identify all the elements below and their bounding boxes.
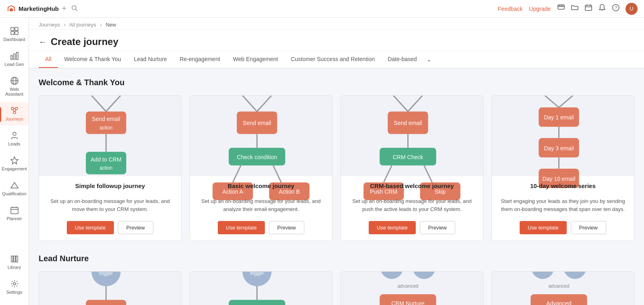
svg-rect-20 [14,54,15,59]
upgrade-link[interactable]: Upgrade [529,6,551,12]
back-button[interactable]: ← [39,37,47,47]
library-label: Library [8,265,21,270]
tab-more[interactable]: ⌄ [423,51,435,68]
sidebar: Dashboard Lead Gen Web Assistant Journey… [0,18,29,305]
main-content: Journeys › All journeys › New ← Create j… [29,18,644,305]
svg-rect-21 [17,52,18,59]
sidebar-item-web-assistant[interactable]: Web Assistant [0,72,29,100]
svg-text:Send email: Send email [394,120,422,127]
feedback-link[interactable]: Feedback [498,6,522,12]
svg-text:Day 1 email: Day 1 email [544,115,574,121]
help-icon[interactable]: ? [612,4,620,14]
card-basic-welcome: trigger trigger Send email Check conditi… [190,95,332,241]
svg-point-25 [11,107,14,110]
tab-re-engagement[interactable]: Re-engagement [173,51,226,68]
welcome-cards-grid: ✉ trigger trigger Send email action [39,95,634,241]
card-actions-basic-welcome: Use template Preview [196,221,326,234]
svg-rect-38 [11,256,13,262]
sidebar-item-wrap-qualification: Qualification [0,177,29,202]
messages-icon[interactable] [557,4,565,14]
sidebar-item-leads[interactable]: Leads [0,127,29,150]
use-template-button-2[interactable]: Use template [218,221,265,234]
search-button[interactable] [71,5,78,13]
svg-rect-18 [15,31,18,35]
sidebar-item-journeys[interactable]: Journeys [0,102,29,125]
sidebar-item-wrap-leads: Leads [0,127,29,152]
sidebar-item-engagement[interactable]: Engagement [0,152,29,175]
card-body-crm-welcome: CRM-based welcome journey Set up an on-b… [341,176,483,241]
svg-text:action: action [99,165,112,171]
lead-gen-icon [10,51,19,60]
lead-nurture-section-title: Lead Nurture [39,254,634,263]
svg-rect-34 [11,207,18,214]
use-template-button-3[interactable]: Use template [369,221,416,234]
card-diagram-advanced-crm-lead-nurture: advanced CRM Nurture [341,272,483,305]
active-indicator [0,107,1,122]
sidebar-item-lead-gen[interactable]: Lead Gen [0,47,29,71]
lead-gen-label: Lead Gen [4,62,24,67]
svg-text:action: action [99,125,112,131]
tab-lead-nurture[interactable]: Lead Nurture [128,51,173,68]
add-button[interactable]: + [62,4,66,13]
preview-button-4[interactable]: Preview [571,221,606,234]
user-avatar[interactable]: U [625,3,638,15]
tab-customer-success[interactable]: Customer Success and Retention [285,51,382,68]
sidebar-item-planner[interactable]: Planner [0,202,29,225]
preview-button-1[interactable]: Preview [118,221,153,234]
svg-point-114 [380,271,403,279]
svg-point-41 [13,282,16,285]
folder-icon[interactable] [571,4,579,14]
breadcrumb-journeys[interactable]: Journeys [39,22,60,28]
card-diagram-simple-lead-nurture: trigger Nurture [39,272,181,305]
calendar-icon[interactable] [584,4,592,14]
main-layout: Dashboard Lead Gen Web Assistant Journey… [0,18,644,305]
svg-point-119 [531,271,554,279]
flow-diagram-8: advanced Advanced [498,271,627,305]
card-actions-simple-followup: Use template Preview [45,221,175,234]
sidebar-item-dashboard[interactable]: Dashboard [0,23,29,46]
sidebar-item-qualification[interactable]: Qualification [0,177,29,200]
breadcrumb-all-journeys[interactable]: All journeys [69,22,96,28]
card-advanced-crm-lead-nurture: advanced CRM Nurture Advanced CRM-based … [341,271,483,305]
sidebar-item-wrap-journeys: Journeys [0,102,29,127]
svg-text:advanced: advanced [397,283,418,289]
leads-icon [10,131,19,140]
use-template-button-4[interactable]: Use template [520,221,567,234]
tab-web-engagement[interactable]: Web Engagement [227,51,285,68]
svg-point-115 [413,271,436,279]
svg-rect-7 [585,5,592,10]
tab-welcome[interactable]: Welcome & Thank You [58,51,128,68]
card-desc-basic-welcome: Set up an on-boarding message for your l… [196,197,326,213]
svg-point-31 [13,132,16,135]
svg-rect-53 [86,152,126,174]
svg-marker-33 [11,182,18,188]
tab-all[interactable]: All [39,51,58,68]
svg-rect-15 [11,27,14,31]
bell-icon[interactable] [598,4,606,14]
tab-date-based[interactable]: Date-based [381,51,423,68]
card-diagram-simple-followup: ✉ trigger trigger Send email action [39,96,181,176]
svg-point-27 [13,111,16,114]
sidebar-item-settings[interactable]: Settings [0,275,29,299]
leads-label: Leads [8,141,21,146]
svg-text:Send email: Send email [243,120,271,127]
preview-button-2[interactable]: Preview [269,221,304,234]
welcome-section-title: Welcome & Thank You [39,78,634,87]
use-template-button-1[interactable]: Use template [67,221,114,234]
page-title: Create journey [51,36,118,47]
search-icon [71,5,78,11]
svg-rect-39 [14,256,15,262]
filter-tabs: All Welcome & Thank You Lead Nurture Re-… [29,51,644,68]
preview-button-3[interactable]: Preview [420,221,455,234]
page-header: ← Create journey [29,30,644,51]
flow-diagram-6: trigger Condition [196,271,326,305]
app-logo[interactable]: MarketingHub [6,4,59,14]
journeys-icon [10,106,19,115]
svg-line-61 [257,95,273,112]
welcome-section: Welcome & Thank You ✉ trigger trigger [39,78,634,241]
sidebar-item-wrap-engagement: Engagement [0,152,29,177]
svg-point-120 [564,271,586,279]
card-diagram-advanced-lead-nurture: advanced Advanced [492,272,634,305]
sidebar-item-library[interactable]: Library [0,250,29,274]
svg-rect-19 [11,55,12,59]
